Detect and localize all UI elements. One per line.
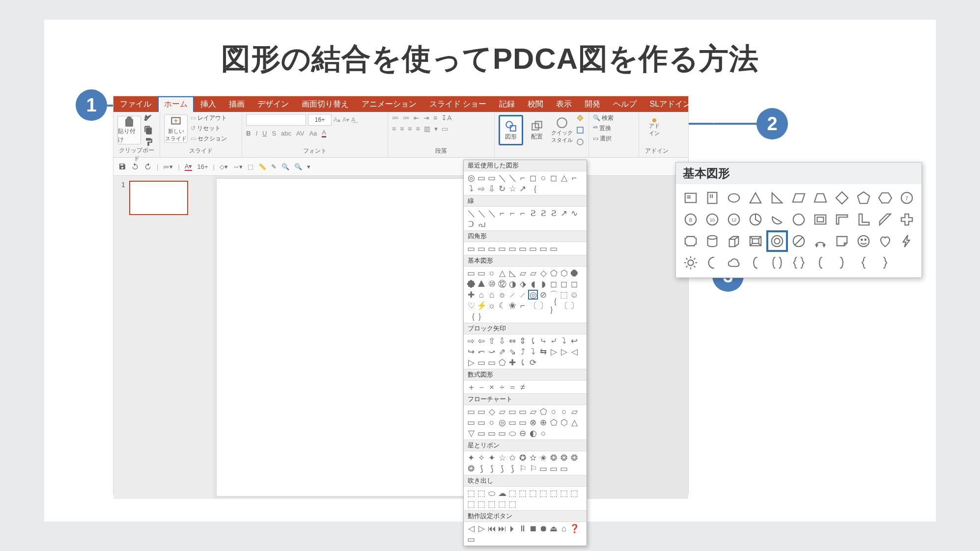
- cat-recent-icons[interactable]: ◎▭▭＼＼⌐◻○◻△⌐⤵⇨ ⇩↻☆↗｛: [464, 171, 587, 195]
- cat-stars-icons[interactable]: ✦✧✦☆✩✪✫✬❂❂❂❂ ⟆⟆⟆⟆⚐⚐▭▭▭: [464, 451, 587, 475]
- shape-can[interactable]: [703, 232, 721, 250]
- cat-rects-icons[interactable]: ▭▭▭▭▭▭▭▭▭: [464, 242, 587, 255]
- qat-zoomin[interactable]: 🔍: [281, 163, 289, 170]
- shape-plaque[interactable]: [682, 232, 700, 250]
- shapes-button[interactable]: 図形: [499, 115, 523, 145]
- shape-heart[interactable]: [876, 232, 894, 250]
- shape-teardrop[interactable]: [790, 211, 808, 228]
- shape-ring[interactable]: [768, 232, 786, 250]
- font-name-combo[interactable]: [246, 114, 306, 126]
- tab-review[interactable]: 校閲: [521, 96, 550, 112]
- align-just-icon[interactable]: ≡: [416, 125, 420, 133]
- qat-more[interactable]: ▾: [307, 163, 310, 170]
- qat-align[interactable]: ↔▾: [233, 163, 243, 170]
- tab-view[interactable]: 表示: [550, 96, 578, 112]
- shape-smiley[interactable]: [855, 232, 872, 250]
- qat-bullets[interactable]: ≔▾: [163, 163, 173, 170]
- underline-icon[interactable]: U: [262, 130, 267, 137]
- cat-callouts-icons[interactable]: ⬚⬚⬭☁⬚⬚⬚⬚⬚⬚⬚⬚ ⬚⬚⬚⬚: [464, 487, 587, 510]
- shape-frame[interactable]: [812, 211, 829, 228]
- shape-triangle[interactable]: [747, 189, 764, 207]
- shape-octagon[interactable]: 8: [682, 211, 700, 228]
- shadow-icon[interactable]: abc: [281, 130, 291, 137]
- qat-group[interactable]: ⬚: [248, 163, 253, 170]
- tab-developer[interactable]: 開発: [578, 96, 607, 112]
- shape-sun[interactable]: [682, 254, 700, 272]
- shape-arc[interactable]: [812, 232, 829, 250]
- paste-button[interactable]: 貼り付け: [117, 116, 141, 144]
- shape-effects-icon[interactable]: [576, 138, 585, 146]
- tab-insert[interactable]: 挿入: [194, 96, 223, 112]
- shape-outline-icon[interactable]: [576, 126, 585, 135]
- tab-home[interactable]: ホーム: [158, 96, 194, 112]
- find-button[interactable]: 🔍 検索: [593, 114, 635, 122]
- qat-zoomout[interactable]: 🔍: [294, 163, 302, 170]
- shape-cross[interactable]: [898, 211, 916, 228]
- shape-diag-stripe[interactable]: [876, 211, 894, 228]
- basic-shapes-zoom-icons[interactable]: 7 8 10 12: [676, 184, 922, 277]
- strike-icon[interactable]: S: [272, 130, 276, 137]
- shape-right-brace[interactable]: [876, 254, 894, 272]
- layout-button[interactable]: ▭ レイアウト: [191, 114, 227, 122]
- qat-editpts[interactable]: ✎: [271, 163, 277, 170]
- shape-cube[interactable]: [725, 232, 743, 250]
- cat-lines-icons[interactable]: ＼＼＼⌐⌐⌐ƧƧƧ↗∿Ɔപ: [464, 207, 587, 230]
- smartart-icon[interactable]: ▭: [442, 125, 448, 133]
- clear-format-icon[interactable]: A͟: [351, 116, 355, 123]
- indent-dec-icon[interactable]: ⇤: [414, 114, 420, 122]
- qat-ruler[interactable]: 📏: [258, 163, 266, 170]
- shape-parallelogram[interactable]: [790, 189, 808, 207]
- shape-hexagon[interactable]: [876, 189, 894, 207]
- shape-left-brace[interactable]: [855, 254, 872, 272]
- cat-flow-icons[interactable]: ▭▭◇▱▭▭▱⬠○○▱▭▭ ○◎▭▭⊗⊕⬠⬡△▽▭▭▭ ⬭⊖◐○: [464, 405, 587, 440]
- font-size-combo[interactable]: 16+: [308, 114, 332, 126]
- shape-half-frame[interactable]: [833, 211, 851, 228]
- addin-button[interactable]: アド イン: [643, 114, 666, 141]
- shape-double-bracket-l[interactable]: [747, 254, 764, 272]
- numbering-icon[interactable]: ≔: [403, 114, 410, 122]
- arrange-button[interactable]: 配置: [526, 116, 548, 144]
- shape-textbox-v[interactable]: [703, 189, 721, 207]
- shape-cloud[interactable]: [725, 254, 743, 272]
- bold-icon[interactable]: B: [246, 130, 251, 137]
- shape-lightning[interactable]: [898, 232, 916, 250]
- shape-bevel[interactable]: [747, 232, 764, 250]
- shape-fill-icon[interactable]: [576, 114, 585, 123]
- shape-dodecagon[interactable]: 12: [725, 211, 743, 228]
- cat-arrows-icons[interactable]: ⇨⇦⇧⇩⇔⇕⤹⤷⤶⤵↩↪⤺ ⤻⇗⇘⤴⤵⇆▷▷◁▷▭▭⬠ ✚⤹⟳: [464, 334, 587, 369]
- shape-moon[interactable]: [703, 254, 721, 272]
- tab-help[interactable]: ヘルプ: [607, 96, 643, 112]
- shape-bracket-pair[interactable]: [768, 254, 786, 272]
- new-slide-button[interactable]: 新しい スライド: [164, 114, 188, 143]
- font-color-icon[interactable]: A: [322, 129, 326, 138]
- tab-sladdin[interactable]: SLアドイン: [643, 96, 697, 112]
- tab-animations[interactable]: アニメーション: [355, 96, 423, 112]
- slide-thumb-1[interactable]: 1: [121, 181, 205, 215]
- quick-styles-button[interactable]: クイック スタイル: [551, 116, 573, 144]
- shape-left-bracket[interactable]: [812, 254, 829, 272]
- replace-button[interactable]: ᵃᵇ 置換: [593, 124, 635, 133]
- shape-trapezoid[interactable]: [812, 189, 829, 207]
- cat-basic-icons[interactable]: ▭▭○△◺▱▱◇⬠⬡⯃⯄⯅ ⑩⑫◑⬗◖◗◻◻◻✚⌂⌂⌾ ⟋⟋◎⊘⌒⬚☺♡⚡☼☾❀…: [464, 267, 587, 323]
- align-right-icon[interactable]: ≡: [408, 125, 412, 133]
- shape-pentagon[interactable]: [855, 189, 872, 207]
- qat-font-size[interactable]: 16+: [197, 163, 208, 170]
- shape-oval[interactable]: [725, 189, 743, 207]
- align-left-icon[interactable]: ≡: [392, 125, 396, 133]
- columns-icon[interactable]: ▥: [424, 125, 430, 133]
- bullets-icon[interactable]: ≔: [392, 114, 399, 122]
- line-spacing-icon[interactable]: ≡: [433, 114, 437, 122]
- reset-button[interactable]: ↺ リセット: [191, 124, 227, 133]
- cut-icon[interactable]: [144, 114, 153, 123]
- cat-equation-icons[interactable]: ＋－×÷＝≠: [464, 381, 587, 393]
- section-button[interactable]: ▭ セクション: [191, 135, 227, 143]
- tab-transitions[interactable]: 画面切り替え: [295, 96, 355, 112]
- shape-diamond[interactable]: [833, 189, 851, 207]
- decrease-font-icon[interactable]: A▾: [342, 116, 349, 123]
- char-spacing-icon[interactable]: AV: [296, 130, 304, 137]
- shape-l[interactable]: [855, 211, 872, 228]
- shape-right-bracket[interactable]: [833, 254, 851, 272]
- shape-right-triangle[interactable]: [768, 189, 786, 207]
- tab-slideshow[interactable]: スライド ショー: [423, 96, 493, 112]
- shape-folded-corner[interactable]: [833, 232, 851, 250]
